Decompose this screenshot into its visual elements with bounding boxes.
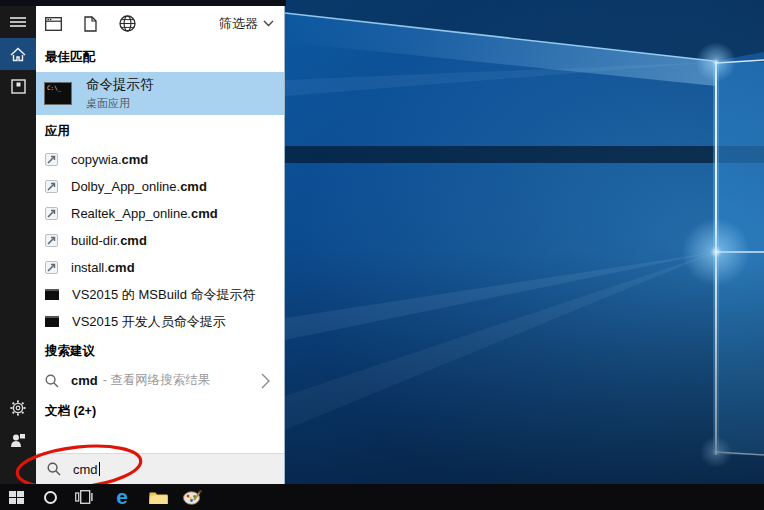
start-windows-icon: [9, 491, 24, 504]
feedback-person-icon: [10, 433, 26, 448]
start-search-panel: 筛选器 最佳匹配 C:\_ 命令提示符 桌面应用 应用 copywia.cmd: [0, 0, 286, 484]
cortana-circle-icon: [44, 491, 57, 504]
paint-app-icon: [183, 489, 202, 505]
file-explorer-button[interactable]: [146, 485, 170, 509]
cmd-file-icon: [45, 234, 58, 247]
search-filter-bar: 筛选器: [36, 6, 284, 41]
cortana-button[interactable]: [38, 485, 62, 509]
suggestion-query: cmd: [71, 373, 98, 388]
cmd-file-icon: [45, 261, 58, 274]
task-view-icon: [75, 490, 93, 504]
best-match-title: 命令提示符: [86, 76, 154, 94]
apps-filter-icon[interactable]: [42, 13, 64, 35]
apps-header: 应用: [36, 115, 284, 146]
filter-dropdown[interactable]: 筛选器: [219, 15, 274, 33]
search-suggestions-header: 搜索建议: [36, 335, 284, 366]
sidebar-settings-button[interactable]: [0, 392, 36, 424]
search-results-pane: 筛选器 最佳匹配 C:\_ 命令提示符 桌面应用 应用 copywia.cmd: [36, 6, 285, 484]
app-result[interactable]: install.cmd: [36, 254, 284, 281]
notebook-icon: [11, 79, 26, 94]
search-input[interactable]: cmd: [36, 453, 284, 484]
chevron-down-icon: [263, 20, 274, 27]
suggestion-hint: - 查看网络搜索结果: [103, 372, 211, 389]
best-match-subtitle: 桌面应用: [86, 96, 154, 111]
app-result[interactable]: VS2015 的 MSBuild 命令提示符: [36, 281, 284, 308]
edge-browser-button[interactable]: e: [110, 485, 134, 509]
filter-label: 筛选器: [219, 15, 258, 33]
text-caret: [99, 462, 100, 476]
best-match-header: 最佳匹配: [36, 41, 284, 72]
search-query-text: cmd: [73, 462, 98, 477]
web-search-suggestion[interactable]: cmd - 查看网络搜索结果: [36, 366, 284, 395]
windows-desktop-screen: 筛选器 最佳匹配 C:\_ 命令提示符 桌面应用 应用 copywia.cmd: [0, 0, 764, 510]
best-match-result[interactable]: C:\_ 命令提示符 桌面应用: [36, 72, 284, 115]
app-result[interactable]: Dolby_App_online.cmd: [36, 173, 284, 200]
web-filter-icon[interactable]: [116, 13, 138, 35]
start-button[interactable]: [4, 485, 28, 509]
paint-app-button[interactable]: [180, 485, 204, 509]
file-explorer-folder-icon: [149, 490, 168, 505]
sidebar-home-button[interactable]: [0, 38, 36, 70]
hamburger-menu-icon[interactable]: [0, 6, 36, 38]
taskbar: e: [0, 484, 764, 510]
documents-filter-icon[interactable]: [79, 13, 101, 35]
settings-gear-icon: [10, 400, 26, 416]
search-sidebar: [0, 6, 36, 484]
app-result[interactable]: Realtek_App_online.cmd: [36, 200, 284, 227]
app-result[interactable]: VS2015 开发人员命令提示: [36, 308, 284, 335]
home-icon: [10, 47, 26, 62]
cmd-file-icon: [45, 153, 58, 166]
console-window-icon: [45, 289, 59, 300]
console-window-icon: [45, 316, 59, 327]
sidebar-feedback-button[interactable]: [0, 424, 36, 456]
console-window-icon: C:\_: [44, 82, 72, 105]
documents-header: 文档 (2+): [36, 395, 284, 426]
cmd-file-icon: [45, 207, 58, 220]
sidebar-notebook-button[interactable]: [0, 70, 36, 102]
cmd-file-icon: [45, 180, 58, 193]
app-result[interactable]: build-dir.cmd: [36, 227, 284, 254]
edge-browser-icon: e: [116, 487, 128, 507]
search-icon: [45, 374, 59, 388]
chevron-right-icon: [261, 373, 270, 389]
search-icon: [47, 462, 61, 476]
task-view-button[interactable]: [72, 485, 96, 509]
app-result[interactable]: copywia.cmd: [36, 146, 284, 173]
